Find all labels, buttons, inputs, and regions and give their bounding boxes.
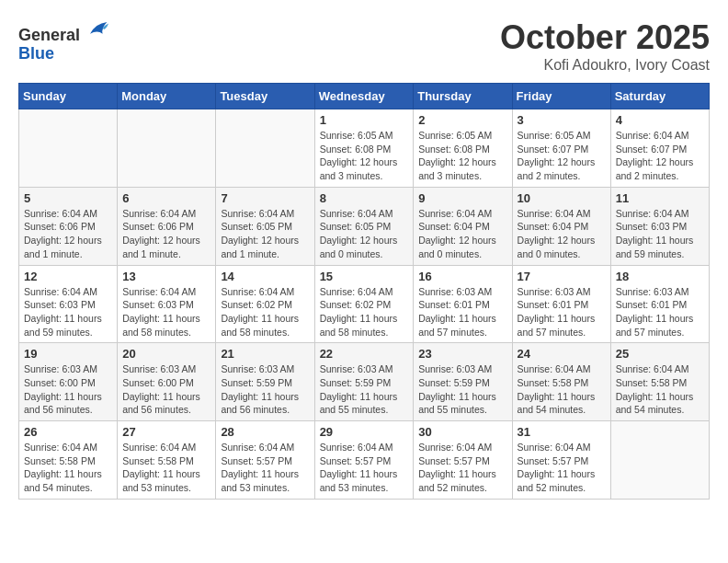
day-info: Sunrise: 6:03 AM Sunset: 6:01 PM Dayligh… — [418, 285, 506, 339]
day-of-week-header: Tuesday — [216, 84, 314, 109]
calendar-cell: 11Sunrise: 6:04 AM Sunset: 6:03 PM Dayli… — [610, 187, 709, 265]
calendar-cell: 26Sunrise: 6:04 AM Sunset: 5:58 PM Dayli… — [19, 421, 118, 500]
logo-general: General — [18, 26, 80, 44]
day-number: 25 — [616, 347, 704, 361]
day-info: Sunrise: 6:04 AM Sunset: 5:58 PM Dayligh… — [122, 441, 210, 495]
day-number: 18 — [616, 270, 704, 283]
calendar-cell: 9Sunrise: 6:04 AM Sunset: 6:04 PM Daylig… — [414, 187, 512, 265]
calendar-cell: 12Sunrise: 6:04 AM Sunset: 6:03 PM Dayli… — [19, 265, 118, 343]
day-info: Sunrise: 6:03 AM Sunset: 6:01 PM Dayligh… — [616, 285, 704, 339]
day-number: 2 — [418, 113, 506, 127]
calendar-cell: 3Sunrise: 6:05 AM Sunset: 6:07 PM Daylig… — [512, 109, 610, 188]
day-info: Sunrise: 6:04 AM Sunset: 6:02 PM Dayligh… — [320, 285, 409, 339]
day-info: Sunrise: 6:04 AM Sunset: 6:05 PM Dayligh… — [320, 207, 409, 261]
calendar-cell: 29Sunrise: 6:04 AM Sunset: 5:57 PM Dayli… — [314, 421, 414, 500]
day-info: Sunrise: 6:03 AM Sunset: 6:00 PM Dayligh… — [24, 362, 112, 417]
day-number: 27 — [122, 425, 210, 439]
day-number: 7 — [221, 191, 309, 205]
calendar-cell — [216, 109, 314, 188]
day-info: Sunrise: 6:05 AM Sunset: 6:07 PM Dayligh… — [518, 129, 606, 183]
calendar-table: SundayMondayTuesdayWednesdayThursdayFrid… — [18, 83, 710, 500]
day-info: Sunrise: 6:04 AM Sunset: 6:03 PM Dayligh… — [122, 285, 210, 339]
day-info: Sunrise: 6:04 AM Sunset: 5:58 PM Dayligh… — [616, 362, 704, 417]
calendar-cell: 19Sunrise: 6:03 AM Sunset: 6:00 PM Dayli… — [19, 343, 118, 421]
calendar-cell: 7Sunrise: 6:04 AM Sunset: 6:05 PM Daylig… — [216, 187, 314, 265]
day-info: Sunrise: 6:05 AM Sunset: 6:08 PM Dayligh… — [418, 129, 506, 183]
day-number: 20 — [122, 347, 210, 361]
calendar-cell: 4Sunrise: 6:04 AM Sunset: 6:07 PM Daylig… — [610, 109, 709, 188]
calendar-cell: 14Sunrise: 6:04 AM Sunset: 6:02 PM Dayli… — [216, 265, 314, 343]
day-info: Sunrise: 6:04 AM Sunset: 6:04 PM Dayligh… — [518, 207, 606, 261]
day-number: 13 — [122, 270, 210, 283]
day-of-week-header: Saturday — [610, 84, 709, 109]
logo-text: General Blue — [18, 18, 108, 63]
calendar-cell: 20Sunrise: 6:03 AM Sunset: 6:00 PM Dayli… — [118, 343, 216, 421]
calendar-cell — [19, 109, 118, 188]
logo: General Blue — [18, 18, 108, 63]
day-of-week-header: Friday — [512, 84, 610, 109]
calendar-cell: 27Sunrise: 6:04 AM Sunset: 5:58 PM Dayli… — [118, 421, 216, 500]
day-info: Sunrise: 6:04 AM Sunset: 6:04 PM Dayligh… — [418, 207, 506, 261]
calendar-cell: 25Sunrise: 6:04 AM Sunset: 5:58 PM Dayli… — [610, 343, 709, 421]
day-info: Sunrise: 6:04 AM Sunset: 5:57 PM Dayligh… — [418, 441, 506, 495]
calendar-week-row: 26Sunrise: 6:04 AM Sunset: 5:58 PM Dayli… — [19, 421, 710, 500]
calendar-cell: 30Sunrise: 6:04 AM Sunset: 5:57 PM Dayli… — [414, 421, 512, 500]
day-info: Sunrise: 6:04 AM Sunset: 5:57 PM Dayligh… — [320, 441, 409, 495]
calendar-cell: 31Sunrise: 6:04 AM Sunset: 5:57 PM Dayli… — [512, 421, 610, 500]
day-number: 8 — [320, 191, 409, 205]
day-number: 15 — [320, 270, 409, 283]
day-number: 4 — [616, 113, 704, 127]
day-number: 21 — [221, 347, 309, 361]
calendar-cell: 15Sunrise: 6:04 AM Sunset: 6:02 PM Dayli… — [314, 265, 414, 343]
day-number: 6 — [122, 191, 210, 205]
day-of-week-header: Wednesday — [314, 84, 414, 109]
day-number: 28 — [221, 425, 309, 439]
calendar-cell: 8Sunrise: 6:04 AM Sunset: 6:05 PM Daylig… — [314, 187, 414, 265]
day-number: 26 — [24, 425, 112, 439]
day-number: 19 — [24, 347, 112, 361]
calendar-cell: 10Sunrise: 6:04 AM Sunset: 6:04 PM Dayli… — [512, 187, 610, 265]
day-info: Sunrise: 6:04 AM Sunset: 5:57 PM Dayligh… — [221, 441, 309, 495]
day-number: 30 — [418, 425, 506, 439]
logo-blue: Blue — [18, 44, 54, 63]
day-of-week-header: Sunday — [19, 84, 118, 109]
calendar-cell: 16Sunrise: 6:03 AM Sunset: 6:01 PM Dayli… — [414, 265, 512, 343]
calendar-cell — [610, 421, 709, 500]
day-info: Sunrise: 6:03 AM Sunset: 5:59 PM Dayligh… — [320, 362, 409, 417]
day-info: Sunrise: 6:04 AM Sunset: 5:57 PM Dayligh… — [518, 441, 606, 495]
calendar-cell: 24Sunrise: 6:04 AM Sunset: 5:58 PM Dayli… — [512, 343, 610, 421]
day-number: 22 — [320, 347, 409, 361]
day-of-week-header: Monday — [118, 84, 216, 109]
location: Kofi Adoukro, Ivory Coast — [500, 57, 710, 74]
day-info: Sunrise: 6:04 AM Sunset: 6:02 PM Dayligh… — [221, 285, 309, 339]
calendar-cell: 18Sunrise: 6:03 AM Sunset: 6:01 PM Dayli… — [610, 265, 709, 343]
calendar-cell: 22Sunrise: 6:03 AM Sunset: 5:59 PM Dayli… — [314, 343, 414, 421]
day-number: 29 — [320, 425, 409, 439]
calendar-cell: 13Sunrise: 6:04 AM Sunset: 6:03 PM Dayli… — [118, 265, 216, 343]
day-number: 9 — [418, 191, 506, 205]
day-number: 23 — [418, 347, 506, 361]
day-number: 5 — [24, 191, 112, 205]
day-info: Sunrise: 6:03 AM Sunset: 6:00 PM Dayligh… — [122, 362, 210, 417]
day-number: 31 — [518, 425, 606, 439]
day-number: 3 — [518, 113, 606, 127]
calendar-cell: 17Sunrise: 6:03 AM Sunset: 6:01 PM Dayli… — [512, 265, 610, 343]
day-info: Sunrise: 6:04 AM Sunset: 6:07 PM Dayligh… — [616, 129, 704, 183]
day-number: 17 — [518, 270, 606, 283]
day-info: Sunrise: 6:04 AM Sunset: 6:03 PM Dayligh… — [24, 285, 112, 339]
calendar-cell: 21Sunrise: 6:03 AM Sunset: 5:59 PM Dayli… — [216, 343, 314, 421]
day-info: Sunrise: 6:03 AM Sunset: 5:59 PM Dayligh… — [221, 362, 309, 417]
page-header: General Blue October 2025 Kofi Adoukro, … — [18, 18, 710, 74]
calendar-week-row: 19Sunrise: 6:03 AM Sunset: 6:00 PM Dayli… — [19, 343, 710, 421]
calendar-cell: 28Sunrise: 6:04 AM Sunset: 5:57 PM Dayli… — [216, 421, 314, 500]
day-info: Sunrise: 6:04 AM Sunset: 6:03 PM Dayligh… — [616, 207, 704, 261]
calendar-cell: 23Sunrise: 6:03 AM Sunset: 5:59 PM Dayli… — [414, 343, 512, 421]
calendar-cell: 6Sunrise: 6:04 AM Sunset: 6:06 PM Daylig… — [118, 187, 216, 265]
title-section: October 2025 Kofi Adoukro, Ivory Coast — [500, 18, 710, 74]
calendar-week-row: 12Sunrise: 6:04 AM Sunset: 6:03 PM Dayli… — [19, 265, 710, 343]
calendar-cell: 5Sunrise: 6:04 AM Sunset: 6:06 PM Daylig… — [19, 187, 118, 265]
day-info: Sunrise: 6:04 AM Sunset: 6:06 PM Dayligh… — [24, 207, 112, 261]
calendar-week-row: 5Sunrise: 6:04 AM Sunset: 6:06 PM Daylig… — [19, 187, 710, 265]
day-info: Sunrise: 6:03 AM Sunset: 6:01 PM Dayligh… — [518, 285, 606, 339]
day-number: 12 — [24, 270, 112, 283]
